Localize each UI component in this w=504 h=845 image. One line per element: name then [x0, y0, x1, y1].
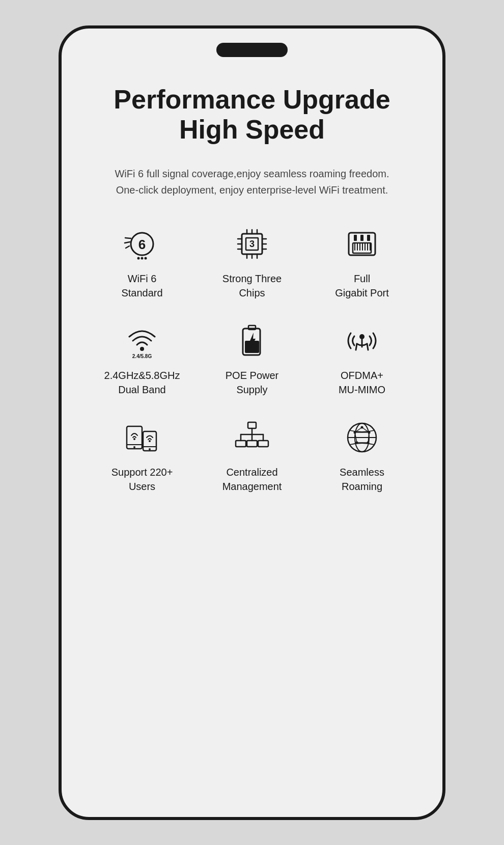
- phone-frame: Performance Upgrade High Speed WiFi 6 fu…: [59, 25, 445, 820]
- feature-gigabit: FullGigabit Port: [312, 224, 412, 300]
- feature-poe: POE PowerSupply: [202, 320, 302, 397]
- svg-rect-38: [248, 325, 256, 330]
- users-label: Support 220+Users: [111, 465, 173, 494]
- page-title: Performance Upgrade High Speed: [114, 85, 390, 146]
- roaming-icon: [342, 417, 382, 458]
- feature-chips: 3: [202, 224, 302, 300]
- management-label: CentralizedManagement: [222, 465, 282, 494]
- svg-rect-60: [258, 441, 268, 447]
- page-subtitle: WiFi 6 full signal coverage,enjoy seamle…: [109, 166, 395, 198]
- users-icon: [122, 417, 162, 458]
- svg-point-51: [149, 440, 151, 442]
- svg-line-2: [125, 238, 131, 238]
- ofdma-label: OFDMA+MU-MIMO: [339, 368, 385, 397]
- wifi6-icon: 6: [122, 224, 162, 264]
- feature-ofdma: OFDMA+MU-MIMO: [312, 320, 412, 397]
- svg-rect-39: [245, 341, 259, 353]
- svg-point-6: [141, 257, 144, 260]
- dualband-icon: 2.4/5.8G: [122, 320, 162, 361]
- svg-point-35: [140, 347, 144, 351]
- svg-line-1: [125, 242, 130, 243]
- feature-users: Support 220+Users: [92, 417, 192, 494]
- svg-line-42: [356, 344, 357, 350]
- svg-line-43: [367, 344, 368, 350]
- svg-point-46: [133, 446, 135, 448]
- gigabit-label: FullGigabit Port: [335, 271, 389, 300]
- chips-label: Strong ThreeChips: [222, 271, 282, 300]
- wifi6-label: WiFi 6Standard: [121, 271, 162, 300]
- svg-line-0: [126, 246, 129, 248]
- svg-text:6: 6: [138, 237, 146, 252]
- phone-notch: [216, 43, 288, 57]
- svg-rect-34: [367, 235, 370, 241]
- svg-rect-44: [127, 426, 142, 449]
- svg-rect-32: [354, 235, 357, 241]
- management-icon: [232, 417, 272, 458]
- svg-point-5: [137, 257, 140, 260]
- svg-text:3: 3: [249, 239, 255, 249]
- feature-dualband: 2.4/5.8G 2.4GHz&5.8GHzDual Band: [92, 320, 192, 397]
- feature-wifi6: 6 WiFi 6Standard: [92, 224, 192, 300]
- svg-point-47: [133, 438, 135, 440]
- svg-rect-33: [360, 235, 363, 241]
- gigabit-icon: [342, 224, 382, 264]
- poe-icon: [232, 320, 272, 361]
- svg-point-7: [145, 257, 147, 260]
- dualband-label: 2.4GHz&5.8GHzDual Band: [104, 368, 180, 397]
- poe-label: POE PowerSupply: [226, 368, 278, 397]
- svg-rect-58: [236, 441, 246, 447]
- svg-rect-59: [247, 441, 257, 447]
- feature-roaming: SeamlessRoaming: [312, 417, 412, 494]
- svg-rect-52: [248, 422, 256, 428]
- svg-point-50: [149, 448, 151, 450]
- roaming-label: SeamlessRoaming: [340, 465, 384, 494]
- feature-management: CentralizedManagement: [202, 417, 302, 494]
- ofdma-icon: [342, 320, 382, 361]
- chips-icon: 3: [232, 224, 272, 264]
- features-grid: 6 WiFi 6Standard 3: [92, 224, 412, 494]
- svg-text:2.4/5.8G: 2.4/5.8G: [132, 353, 152, 359]
